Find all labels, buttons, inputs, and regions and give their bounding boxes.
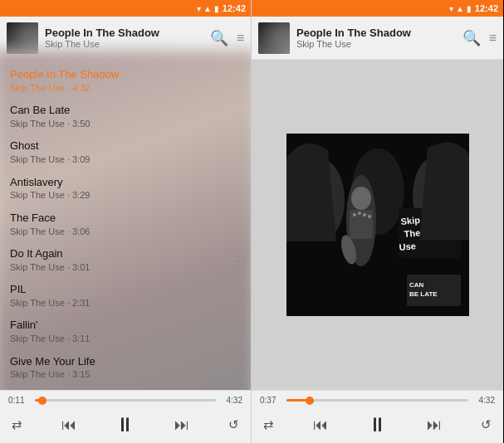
svg-point-13 (363, 213, 366, 217)
wifi-icon: ▲ (203, 4, 212, 13)
left-player-controls: ⇄ ⏮ ⏸ ⏭ ↺ (0, 408, 251, 443)
svg-text:Skip: Skip (400, 215, 420, 226)
left-progress-bar-container: 0:11 4:32 (8, 396, 242, 405)
song-title: Give Me Your Life (10, 355, 241, 369)
left-progress-section: 0:11 4:32 (0, 390, 251, 408)
svg-text:BE LATE: BE LATE (409, 290, 438, 298)
left-status-icons: ▾ ▲ ▮ (197, 4, 219, 13)
right-status-icons: ▾ ▲ ▮ (449, 4, 472, 13)
left-current-time: 0:11 (8, 396, 30, 405)
left-next-btn[interactable]: ⏭ (174, 416, 189, 434)
battery-icon: ▮ (214, 4, 219, 13)
svg-point-11 (353, 213, 356, 217)
right-progress-track[interactable] (286, 399, 468, 402)
song-title: Do It Again (10, 247, 241, 261)
right-header-icons: 🔍 ≡ (462, 31, 497, 46)
svg-point-12 (358, 212, 361, 215)
right-panel: ▾ ▲ ▮ 12:42 People In The Shadow Skip Th… (252, 0, 503, 443)
playlist-icon[interactable]: ≡ (237, 32, 244, 45)
album-art: Skip The Use CAN BE LATE (286, 134, 469, 316)
left-header-title: People In The Shadow (45, 27, 203, 39)
left-header-text: People In The Shadow Skip The Use (45, 27, 203, 49)
left-play-btn[interactable]: ⏸ (115, 413, 135, 436)
song-meta: Skip The Use · 3:06 (10, 226, 241, 237)
right-progress-section: 0:37 4:32 (252, 390, 503, 408)
right-prev-btn[interactable]: ⏮ (313, 416, 328, 434)
right-total-time: 4:32 (473, 396, 495, 405)
more-options-btn[interactable]: ⋮ (231, 252, 244, 268)
song-item[interactable]: Fallin'Skip The Use · 3:11 (0, 314, 251, 349)
svg-point-9 (351, 187, 371, 210)
right-progress-thumb (306, 397, 314, 405)
song-meta: Skip The Use · 3:11 (10, 333, 241, 344)
song-meta: Skip The Use · 3:29 (10, 189, 241, 201)
song-item[interactable]: People In The ShadowSkip The Use · 4:32 (0, 63, 251, 99)
right-header-subtitle: Skip The Use (296, 39, 456, 49)
left-shuffle-btn[interactable]: ⇄ (12, 417, 22, 432)
left-progress-thumb (38, 397, 46, 405)
song-item[interactable]: PILSkip The Use · 2:31 (0, 278, 251, 314)
right-signal-icon: ▾ (449, 4, 453, 13)
song-title: People In The Shadow (10, 68, 241, 82)
left-header-icons: 🔍 ≡ (210, 31, 244, 46)
song-item[interactable]: Give Me Your LifeSkip The Use · 3:15 (0, 350, 251, 386)
album-art-area: Skip The Use CAN BE LATE (252, 60, 503, 390)
right-repeat-btn[interactable]: ↺ (481, 417, 492, 432)
song-title: Ghost (10, 139, 241, 153)
svg-text:The: The (404, 227, 421, 239)
song-title: PIL (10, 283, 241, 297)
right-current-time: 0:37 (260, 396, 281, 405)
right-time: 12:42 (475, 3, 498, 13)
right-header-text: People In The Shadow Skip The Use (296, 27, 456, 49)
left-prev-btn[interactable]: ⏮ (61, 416, 76, 434)
song-title: Can Be Late (10, 104, 241, 118)
svg-text:Use: Use (399, 241, 416, 252)
song-item[interactable]: AntislaverySkip The Use · 3:29 (0, 171, 251, 207)
left-panel: ▾ ▲ ▮ 12:42 People In The Shadow Skip Th… (0, 0, 252, 443)
signal-icon: ▾ (197, 4, 201, 13)
song-meta: Skip The Use · 3:15 (10, 368, 241, 380)
left-total-time: 4:32 (221, 396, 242, 405)
right-player-controls: ⇄ ⏮ ⏸ ⏭ ↺ (252, 408, 503, 443)
right-status-bar: ▾ ▲ ▮ 12:42 (252, 0, 503, 17)
song-meta: Skip The Use · 2:31 (10, 297, 241, 309)
left-repeat-btn[interactable]: ↺ (228, 417, 239, 432)
right-shuffle-btn[interactable]: ⇄ (263, 417, 274, 432)
song-title: Antislavery (10, 176, 241, 190)
album-art-svg: Skip The Use CAN BE LATE (286, 134, 469, 316)
song-meta: Skip The Use · 3:50 (10, 118, 241, 129)
left-progress-track[interactable] (35, 399, 216, 402)
svg-point-14 (368, 215, 371, 218)
right-play-btn[interactable]: ⏸ (368, 413, 388, 436)
left-status-bar: ▾ ▲ ▮ 12:42 (0, 0, 251, 17)
right-progress-bar-container: 0:37 4:32 (260, 396, 495, 405)
right-header-title: People In The Shadow (296, 27, 456, 39)
left-album-thumb (7, 22, 38, 54)
right-top-bar: People In The Shadow Skip The Use 🔍 ≡ (252, 17, 503, 60)
song-meta: Skip The Use · 4:32 (10, 82, 241, 94)
svg-text:CAN: CAN (409, 281, 424, 289)
right-search-icon[interactable]: 🔍 (462, 31, 481, 46)
right-playlist-icon[interactable]: ≡ (489, 32, 497, 45)
song-meta: Skip The Use · 3:01 (10, 261, 241, 273)
song-item[interactable]: The FaceSkip The Use · 3:06 (0, 207, 251, 242)
left-header-subtitle: Skip The Use (45, 39, 203, 49)
left-time: 12:42 (223, 3, 246, 13)
right-battery-icon: ▮ (467, 4, 472, 13)
song-item[interactable]: Can Be LateSkip The Use · 3:50 (0, 99, 251, 134)
song-meta: Skip The Use · 3:09 (10, 153, 241, 165)
right-next-btn[interactable]: ⏭ (427, 416, 442, 434)
song-list[interactable]: People In The ShadowSkip The Use · 4:32C… (0, 60, 251, 390)
search-icon[interactable]: 🔍 (210, 31, 228, 46)
right-wifi-icon: ▲ (456, 4, 464, 13)
right-album-thumb (258, 22, 290, 54)
song-title: Fallin' (10, 319, 241, 333)
song-item[interactable]: Do It AgainSkip The Use · 3:01⋮ (0, 242, 251, 278)
song-title: The Face (10, 212, 241, 226)
song-item[interactable]: GhostSkip The Use · 3:09 (0, 134, 251, 170)
